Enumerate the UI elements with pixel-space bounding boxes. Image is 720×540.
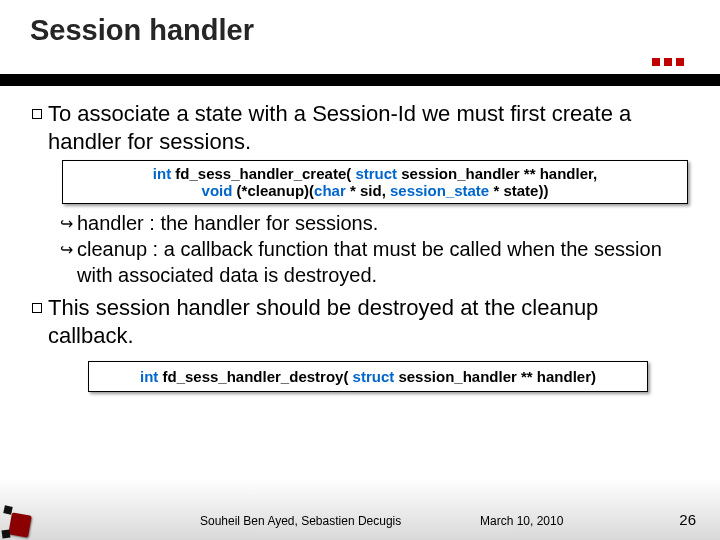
bullet-1: To associate a state with a Session-Id w… — [32, 100, 688, 156]
bullet-2: This session handler should be destroyed… — [32, 294, 688, 350]
footer-page-number: 26 — [679, 511, 696, 528]
code-destroy-line: int fd_sess_handler_destroy( struct sess… — [103, 368, 633, 385]
bullet-1-text: To associate a state with a Session-Id w… — [48, 100, 688, 156]
code-box-destroy: int fd_sess_handler_destroy( struct sess… — [88, 361, 648, 392]
code-create-line1: int fd_sess_handler_create( struct sessi… — [73, 165, 677, 182]
square-bullet-icon — [32, 303, 42, 313]
sub-cleanup-text: cleanup : a callback function that must … — [77, 236, 688, 288]
sub-bullet-cleanup: ↪ cleanup : a callback function that mus… — [60, 236, 688, 288]
slide-title: Session handler — [0, 0, 720, 47]
footer-gradient — [0, 478, 720, 540]
code-box-create: int fd_sess_handler_create( struct sessi… — [62, 160, 688, 204]
bullet-2-text: This session handler should be destroyed… — [48, 294, 688, 350]
decor-black-bar — [0, 74, 720, 86]
content-area: To associate a state with a Session-Id w… — [32, 100, 688, 398]
slide: Session handler To associate a state wit… — [0, 0, 720, 540]
footer-date: March 10, 2010 — [480, 514, 563, 528]
arrow-icon: ↪ — [60, 240, 73, 259]
code-create-line2: void (*cleanup)(char * sid, session_stat… — [73, 182, 677, 199]
sub-bullet-handler: ↪ handler : the handler for sessions. — [60, 210, 688, 236]
decor-red-squares — [652, 58, 684, 66]
arrow-icon: ↪ — [60, 214, 73, 233]
square-bullet-icon — [32, 109, 42, 119]
sub-handler-text: handler : the handler for sessions. — [77, 210, 378, 236]
footer-author: Souheil Ben Ayed, Sebastien Decugis — [200, 514, 401, 528]
